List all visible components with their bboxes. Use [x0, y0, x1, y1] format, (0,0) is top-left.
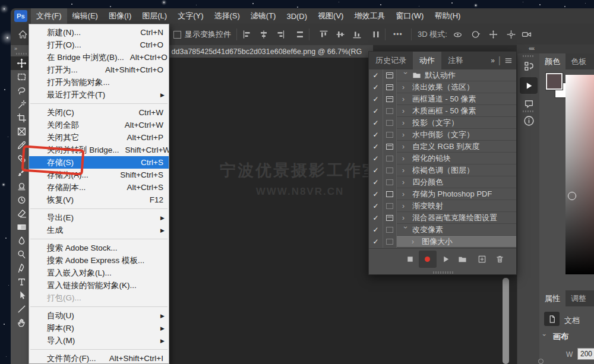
action-toggle[interactable]: ✓ — [369, 129, 383, 141]
dialog-toggle[interactable] — [383, 117, 397, 129]
action-toggle[interactable]: ✓ — [369, 176, 383, 188]
file-menu-item[interactable]: 打开(O)...Ctrl+O — [29, 39, 169, 51]
expand-arrow-icon[interactable]: › — [402, 143, 409, 151]
action-row[interactable]: ✓›默认动作 — [369, 69, 516, 81]
properties-panel-tab[interactable]: 属性 — [539, 290, 565, 306]
align-bottom-icon[interactable] — [352, 30, 362, 39]
action-row-main[interactable]: ›淡出效果（选区） — [397, 81, 516, 93]
expand-arrow-icon[interactable]: › — [402, 119, 409, 127]
expand-arrow-icon[interactable]: › — [402, 83, 409, 91]
actions-panel-tab[interactable]: 历史记录 — [369, 52, 413, 69]
action-toggle[interactable]: ✓ — [369, 164, 383, 176]
color-gradient-field[interactable] — [565, 75, 594, 274]
action-row-main[interactable]: ›投影（文字） — [397, 117, 516, 129]
menubar-item-4[interactable]: 图层(L) — [137, 8, 172, 24]
3d-pan-icon[interactable] — [488, 30, 498, 40]
vertical-scrollbar[interactable] — [503, 278, 509, 364]
expand-arrow-icon[interactable]: › — [412, 238, 419, 246]
expand-arrow-icon[interactable]: › — [402, 154, 409, 163]
expand-arrow-icon[interactable]: › — [402, 131, 409, 139]
menubar-item-1[interactable]: 文件(F) — [31, 8, 67, 24]
dock-grip[interactable] — [523, 55, 535, 57]
dialog-toggle[interactable] — [383, 153, 397, 164]
comments-panel-icon[interactable] — [517, 99, 540, 109]
action-row-main[interactable]: ›默认动作 — [397, 69, 516, 81]
expand-arrow-icon[interactable]: › — [402, 107, 409, 115]
action-row-main[interactable]: ›水中倒影（文字） — [397, 129, 516, 141]
action-row[interactable]: ✓›水中倒影（文字） — [369, 129, 516, 141]
collapse-arrow-icon[interactable]: › — [402, 226, 410, 233]
action-row-main[interactable]: ›熔化的铅块 — [397, 153, 516, 164]
dialog-toggle[interactable] — [383, 81, 397, 93]
dialog-toggle[interactable] — [383, 176, 397, 188]
menubar-item-9[interactable]: 视图(V) — [312, 8, 349, 24]
delete-icon[interactable] — [495, 255, 504, 266]
action-row-main[interactable]: ›混合器画笔克隆绘图设置 — [397, 212, 516, 224]
actions-panel-icon[interactable] — [520, 77, 538, 94]
more-options-icon[interactable]: ••• — [393, 30, 403, 39]
color-panel-tab[interactable]: 颜色 — [539, 53, 565, 69]
info-panel-icon[interactable] — [517, 115, 540, 126]
dialog-toggle[interactable] — [383, 105, 397, 117]
action-row[interactable]: ✓›熔化的铅块 — [369, 153, 516, 164]
history-panel-icon[interactable] — [517, 61, 540, 72]
record-icon[interactable] — [424, 255, 431, 265]
file-menu-item[interactable]: 导入(M)▶ — [29, 334, 169, 347]
file-menu-item[interactable]: 脚本(R)▶ — [29, 322, 169, 334]
dock-grip[interactable] — [523, 110, 535, 112]
folder-icon[interactable] — [458, 255, 467, 266]
action-toggle[interactable]: ✓ — [369, 69, 383, 81]
width-input[interactable]: 200 — [577, 348, 594, 360]
photoshop-logo[interactable]: Ps — [14, 10, 27, 22]
action-row[interactable]: ✓›存储为 Photoshop PDF — [369, 188, 516, 200]
action-row-main[interactable]: ›木质画框 - 50 像素 — [397, 105, 516, 117]
color-picker-handle[interactable] — [568, 192, 576, 200]
file-menu-item[interactable]: 置入嵌入对象(L)... — [29, 267, 169, 279]
file-menu-item[interactable]: 新建(N)...Ctrl+N — [29, 26, 169, 39]
action-toggle[interactable]: ✓ — [369, 188, 383, 200]
action-toggle[interactable]: ✓ — [369, 141, 383, 153]
file-menu-item[interactable]: 存储为(A)...Shift+Ctrl+S — [29, 169, 169, 181]
dialog-toggle[interactable] — [383, 69, 397, 81]
file-menu-item[interactable]: 打开为...Alt+Shift+Ctrl+O — [29, 64, 169, 76]
action-row[interactable]: ✓›四分颜色 — [369, 176, 516, 188]
dialog-toggle[interactable] — [383, 224, 397, 236]
action-row[interactable]: ✓›画框通道 - 50 像素 — [369, 93, 516, 105]
expand-arrow-icon[interactable]: › — [402, 95, 409, 103]
panel-collapse-bar[interactable]: «« — [517, 45, 594, 53]
expand-arrow-icon[interactable]: › — [402, 202, 409, 210]
dialog-toggle[interactable] — [383, 141, 397, 153]
action-toggle[interactable]: ✓ — [369, 200, 383, 212]
action-toggle[interactable]: ✓ — [369, 212, 383, 224]
toolbar-grip[interactable] — [16, 53, 28, 55]
action-row[interactable]: ✓›淡出效果（选区） — [369, 81, 516, 93]
action-row[interactable]: ✓›渐变映射 — [369, 200, 516, 212]
expand-arrow-icon[interactable]: › — [402, 214, 409, 222]
actions-panel-tab[interactable]: 注释 — [441, 52, 470, 69]
menubar-item-10[interactable]: 增效工具 — [349, 8, 390, 24]
action-row-main[interactable]: ›棕褐色调（图层） — [397, 164, 516, 176]
action-toggle[interactable]: ✓ — [369, 105, 383, 117]
file-menu-item[interactable]: 在 Bridge 中浏览(B)...Alt+Ctrl+O — [29, 51, 169, 64]
foreground-color-swatch[interactable] — [546, 73, 563, 90]
3d-roll-icon[interactable] — [470, 30, 481, 40]
file-menu-item[interactable]: 自动(U)▶ — [29, 309, 169, 322]
dialog-toggle[interactable] — [383, 129, 397, 141]
expand-arrow-icon[interactable]: › — [402, 178, 409, 186]
file-menu-item-save[interactable]: 存储(S)Ctrl+S — [29, 156, 169, 169]
3d-slide-icon[interactable] — [506, 30, 516, 40]
file-menu-item[interactable]: 打开为智能对象... — [29, 76, 169, 88]
file-menu-item[interactable]: 搜索 Adobe Express 模板... — [29, 254, 169, 267]
dialog-toggle[interactable] — [383, 93, 397, 105]
align-middle-v-icon[interactable] — [336, 30, 345, 39]
action-row[interactable]: ✓›改变像素 — [369, 224, 516, 236]
panel-resize-grip[interactable] — [433, 271, 453, 274]
align-top-icon[interactable] — [319, 30, 328, 39]
action-row[interactable]: ✓›木质画框 - 50 像素 — [369, 105, 516, 117]
actions-panel-tab[interactable]: 动作 — [413, 52, 441, 69]
file-menu-item[interactable]: 关闭并转到 Bridge...Shift+Ctrl+W — [29, 144, 169, 156]
file-menu-item[interactable]: 导出(E)▶ — [29, 211, 169, 224]
file-menu-item[interactable]: 最近打开文件(T)▶ — [29, 88, 169, 101]
file-menu-item[interactable]: 文件简介(F)...Alt+Shift+Ctrl+I — [29, 352, 169, 364]
expand-arrow-icon[interactable]: › — [402, 190, 409, 198]
